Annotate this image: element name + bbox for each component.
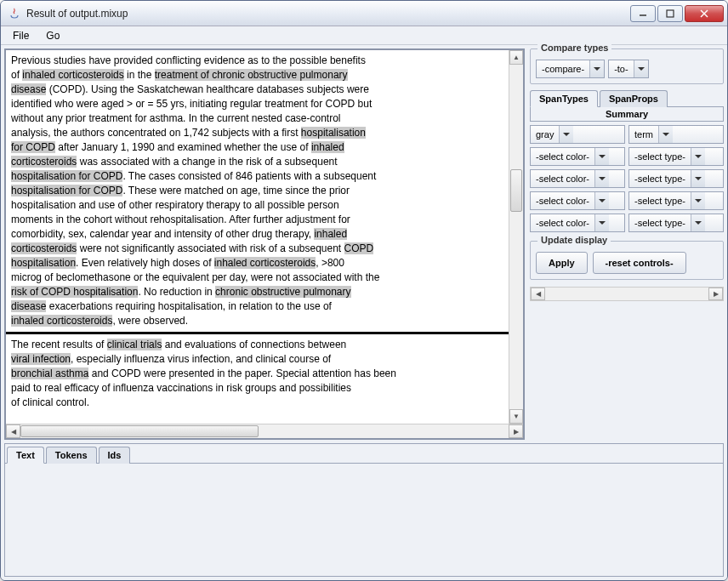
chevron-down-icon	[691, 214, 705, 231]
svg-rect-1	[667, 10, 674, 17]
term-span: hospitalisation for COPD	[11, 185, 122, 197]
term-span: hospitalisation	[301, 127, 366, 139]
color-combo-3[interactable]: -select color-	[530, 169, 625, 188]
term-span: inhaled	[311, 141, 344, 153]
chevron-down-icon	[658, 126, 673, 143]
window-title: Result of output.mixup	[26, 8, 628, 20]
vertical-scrollbar[interactable]: ▲ ▼	[509, 50, 523, 424]
document-panel: Previous studies have provided conflicti…	[4, 48, 525, 440]
span-tabs-panel: SpanTypes SpanProps Summary gray term -s…	[530, 89, 724, 236]
document-text[interactable]: Previous studies have provided conflicti…	[6, 50, 509, 424]
compare-right-combo[interactable]: -to-	[608, 60, 649, 78]
type-combo-5[interactable]: -select type-	[628, 214, 724, 232]
chevron-down-icon	[691, 148, 705, 165]
menubar: File Go	[1, 26, 727, 45]
compare-left-combo[interactable]: -compare-	[536, 60, 605, 78]
term-span: inhaled corticosteroids	[214, 257, 316, 269]
tab-spanprops[interactable]: SpanProps	[600, 90, 668, 107]
color-combo-2[interactable]: -select color-	[530, 147, 625, 166]
term-span: bronchial asthma	[11, 367, 88, 379]
term-span: viral infection	[11, 353, 71, 365]
chevron-down-icon	[594, 148, 609, 165]
type-combo-2[interactable]: -select type-	[628, 147, 724, 166]
chevron-down-icon	[634, 60, 648, 77]
chevron-down-icon	[691, 170, 705, 187]
term-span: treatment of chronic obstructive pulmona…	[155, 69, 348, 81]
term-span: hospitalisation	[11, 257, 76, 269]
scroll-right-arrow[interactable]: ▶	[509, 424, 523, 438]
term-span: corticosteroids	[11, 156, 77, 168]
update-display-group: Update display Apply -reset controls-	[530, 241, 724, 280]
scroll-down-arrow[interactable]: ▼	[509, 409, 523, 424]
update-legend: Update display	[537, 235, 611, 245]
color-combo-1[interactable]: gray	[530, 125, 625, 144]
color-combo-4[interactable]: -select color-	[530, 191, 625, 210]
term-span: disease	[11, 83, 46, 95]
scroll-up-arrow[interactable]: ▲	[509, 50, 523, 65]
term-span: chronic obstructive pulmonary	[215, 286, 350, 298]
summary-header: Summary	[530, 107, 724, 122]
chevron-down-icon	[594, 170, 609, 187]
apply-button[interactable]: Apply	[536, 252, 588, 274]
main-window: Result of output.mixup File Go Previous …	[0, 0, 728, 581]
term-span: disease	[11, 300, 46, 312]
compare-types-group: Compare types -compare- -to-	[530, 48, 724, 84]
tab-ids[interactable]: Ids	[99, 447, 131, 464]
menu-go[interactable]: Go	[37, 28, 68, 43]
scroll-right-arrow[interactable]: ▶	[708, 288, 723, 300]
color-combo-5[interactable]: -select color-	[530, 214, 625, 232]
type-combo-4[interactable]: -select type-	[628, 191, 724, 210]
term-span: inhaled corticosteroids	[22, 69, 123, 81]
tab-text[interactable]: Text	[7, 447, 44, 464]
chevron-down-icon	[594, 214, 609, 231]
term-span: corticosteroids	[11, 242, 77, 254]
term-span: inhaled corticosteroids	[11, 315, 112, 327]
scroll-thumb[interactable]	[20, 425, 259, 437]
lower-tabs-panel: Text Tokens Ids	[4, 443, 724, 577]
type-combo-3[interactable]: -select type-	[628, 169, 724, 188]
maximize-button[interactable]	[657, 5, 683, 22]
side-horizontal-scrollbar[interactable]: ◀ ▶	[530, 287, 724, 301]
side-panel: Compare types -compare- -to- SpanTypes S…	[530, 48, 724, 440]
minimize-button[interactable]	[630, 5, 656, 22]
scroll-left-arrow[interactable]: ◀	[531, 288, 545, 300]
lower-tab-content	[5, 464, 723, 576]
term-span: inhaled	[314, 228, 347, 240]
term-span: risk of COPD hospitalisation	[11, 286, 138, 298]
term-span: clinical trials	[107, 339, 162, 350]
term-span: COPD	[344, 242, 374, 254]
scroll-left-arrow[interactable]: ◀	[6, 424, 20, 438]
tab-tokens[interactable]: Tokens	[46, 447, 97, 464]
java-icon	[8, 7, 21, 20]
tab-spantypes[interactable]: SpanTypes	[530, 90, 598, 107]
horizontal-scrollbar[interactable]: ◀ ▶	[6, 424, 523, 438]
titlebar: Result of output.mixup	[1, 1, 727, 26]
chevron-down-icon	[589, 60, 604, 77]
compare-legend: Compare types	[537, 43, 611, 53]
menu-file[interactable]: File	[4, 28, 37, 43]
chevron-down-icon	[594, 192, 609, 209]
term-span: for COPD	[11, 141, 55, 153]
chevron-down-icon	[559, 126, 573, 143]
term-span: hospitalisation for COPD	[11, 170, 122, 182]
scroll-thumb[interactable]	[510, 169, 522, 212]
chevron-down-icon	[691, 192, 705, 209]
close-button[interactable]	[685, 5, 724, 22]
reset-button[interactable]: -reset controls-	[593, 252, 686, 274]
type-combo-1[interactable]: term	[628, 125, 724, 144]
